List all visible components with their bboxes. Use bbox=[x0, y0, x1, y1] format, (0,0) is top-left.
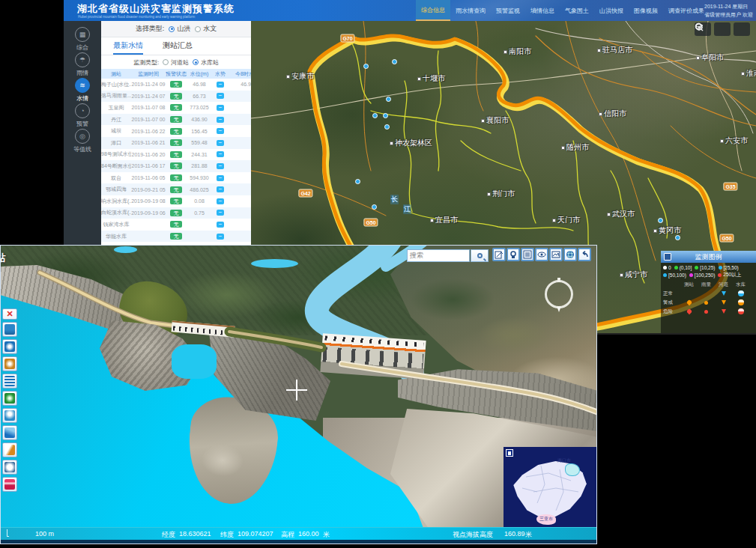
sidebar-item-2[interactable]: ☂雨情 bbox=[64, 52, 101, 77]
nav-item-1[interactable]: 综合信息 bbox=[416, 0, 450, 21]
station-marker[interactable] bbox=[392, 59, 397, 64]
table-row[interactable]: 玉皇阁2019-11-07 08无773.025− bbox=[101, 102, 251, 114]
legend-dot bbox=[718, 273, 722, 277]
station-marker[interactable] bbox=[372, 204, 377, 210]
city-dot-icon bbox=[286, 75, 290, 79]
monitor-time: 2019-09-19 08 bbox=[131, 198, 166, 204]
layers-icon[interactable] bbox=[734, 22, 750, 36]
measure-icon[interactable] bbox=[492, 248, 506, 261]
table-row[interactable]: 潭口2019-11-06 21无559.48− bbox=[101, 137, 251, 149]
nav-item-6[interactable]: 山洪快报 bbox=[594, 0, 629, 21]
legend-tri-icon bbox=[722, 300, 726, 305]
station-marker[interactable] bbox=[355, 179, 360, 184]
wave-tool-icon[interactable] bbox=[2, 374, 17, 389]
compass[interactable] bbox=[545, 280, 573, 308]
sidebar-item-3[interactable]: ≋水情 bbox=[64, 78, 101, 103]
search-input[interactable]: 搜索 bbox=[407, 249, 470, 262]
city-name: 阜阳市 bbox=[701, 52, 724, 63]
nav-item-7[interactable]: 图像视频 bbox=[629, 0, 663, 21]
status-badge: 无 bbox=[170, 104, 182, 111]
basin-tool-icon[interactable] bbox=[2, 425, 17, 440]
city-dot-icon bbox=[481, 119, 485, 123]
sidebar-item-5[interactable]: ◎等值线 bbox=[64, 129, 101, 153]
table-row[interactable]: 双台2019-11-06 05无594.930− bbox=[101, 172, 251, 184]
minimap-icon[interactable] bbox=[506, 449, 513, 457]
minimap-city-label: 三亚市 bbox=[539, 516, 553, 523]
app-title: 湖北省省级山洪灾害监测预警系统 bbox=[77, 2, 235, 16]
station-marker[interactable] bbox=[383, 113, 388, 118]
table-row[interactable]: 白蛇溪水库(...2019-09-19 06无0.75− bbox=[101, 207, 251, 219]
station-marker[interactable] bbox=[658, 218, 663, 223]
table-row[interactable]: 钱家湾水库无− bbox=[101, 219, 251, 231]
viewer-toolbar bbox=[492, 248, 591, 261]
sidebar-item-1[interactable]: ▦综合 bbox=[64, 27, 101, 52]
zoom-icon[interactable] bbox=[714, 22, 731, 36]
table-row[interactable]: 98号测试水位...2019-11-06 20无244.31− bbox=[101, 149, 251, 161]
splash-tool-icon[interactable] bbox=[2, 408, 17, 423]
close-icon[interactable]: ✕ bbox=[2, 308, 17, 320]
rain-tool-icon bbox=[4, 324, 15, 335]
legend-cell bbox=[738, 290, 744, 297]
eye-icon[interactable] bbox=[535, 248, 548, 261]
tab-2[interactable]: 测站汇总 bbox=[163, 37, 193, 55]
search-button[interactable] bbox=[471, 249, 489, 262]
table-row[interactable]: 丹江2019-11-07 00无436.90− bbox=[101, 114, 251, 126]
list-icon[interactable] bbox=[521, 248, 534, 261]
nav-item-2[interactable]: 雨水情查询 bbox=[450, 0, 491, 21]
legend-panel: 监测图例 0(0,10][10,25)[25,50)[50,100)[100,2… bbox=[661, 251, 756, 333]
city-label: 黄冈市 bbox=[653, 225, 681, 236]
station-marker[interactable] bbox=[384, 124, 390, 130]
road-badge: G70 bbox=[340, 34, 354, 43]
frame-tool-icon[interactable] bbox=[2, 460, 17, 475]
status-badge: 无 bbox=[170, 151, 182, 158]
globe-icon[interactable] bbox=[563, 248, 577, 261]
top-nav: 综合信息雨水情查询预警监视墒情信息气象国土山洪快报图像视频调查评价成果 bbox=[416, 0, 710, 21]
city-dot-icon bbox=[561, 146, 565, 150]
filter-label: 监测类型: bbox=[133, 58, 159, 67]
radio-option[interactable]: 河道站 bbox=[163, 58, 189, 67]
city-dot-icon bbox=[653, 229, 657, 233]
table-row[interactable]: 鄂城四海2019-09-21 05无486.025− bbox=[101, 183, 251, 195]
station-marker[interactable] bbox=[675, 235, 680, 240]
river-label-1: 长 bbox=[390, 195, 399, 204]
radar-tool-icon[interactable] bbox=[2, 391, 17, 406]
rain-icon: ☂ bbox=[75, 52, 90, 67]
station-marker[interactable] bbox=[386, 97, 391, 102]
crosshair bbox=[286, 380, 307, 401]
nav-item-8[interactable]: 调查评价成果 bbox=[663, 0, 710, 21]
image-icon[interactable] bbox=[549, 248, 563, 261]
app-subtitle: Hubei provincial mountain flood disaster… bbox=[78, 14, 195, 18]
sidebar-item-4[interactable]: ◔预警 bbox=[64, 103, 101, 128]
overview-minimap[interactable]: 海口市三亚市 bbox=[504, 447, 596, 527]
nav-item-5[interactable]: 气象国土 bbox=[560, 0, 594, 21]
station-marker[interactable] bbox=[372, 113, 378, 118]
flow-tool-icon[interactable] bbox=[2, 442, 17, 457]
radio-option[interactable]: 水文 bbox=[195, 24, 217, 34]
radio-option[interactable]: 山洪 bbox=[169, 24, 190, 34]
nav-item-3[interactable]: 预警监视 bbox=[491, 0, 525, 21]
table-row[interactable]: 梅子山(水位...2019-11-24 09无46.98−46.99 bbox=[101, 79, 251, 91]
flood-tool-icon[interactable] bbox=[2, 477, 17, 492]
legend-header[interactable]: 监测图例 bbox=[661, 251, 756, 263]
table-row[interactable]: 84号断面水位...2019-11-06 17无281.88− bbox=[101, 160, 251, 172]
city-label: 安康市 bbox=[286, 71, 314, 82]
sand-tool-icon[interactable] bbox=[2, 356, 17, 371]
scene-3d[interactable]: 站 ✕ 搜索 海口市三亚市 bbox=[1, 246, 596, 527]
whirl-tool-icon[interactable] bbox=[2, 339, 17, 354]
station-marker[interactable] bbox=[363, 64, 369, 69]
camera-icon[interactable] bbox=[506, 248, 520, 261]
table-row[interactable]: 落马湖雨量...2019-11-24 07无66.73− bbox=[101, 91, 251, 103]
undo-icon[interactable] bbox=[578, 248, 591, 261]
nav-item-4[interactable]: 墒情信息 bbox=[525, 0, 560, 21]
status-badge: 无 bbox=[170, 210, 182, 216]
table-row[interactable]: 响水洞水库(...2019-09-19 08无0.08− bbox=[101, 195, 251, 207]
table-row[interactable]: 华能水库无− bbox=[101, 231, 251, 243]
city-name: 襄阳市 bbox=[486, 115, 509, 126]
radio-option[interactable]: 水库站 bbox=[193, 58, 219, 67]
rain-tool-icon[interactable] bbox=[2, 322, 17, 337]
tab-1[interactable]: 最新水情 bbox=[113, 37, 143, 55]
radio-label: 水文 bbox=[203, 24, 217, 34]
table-row[interactable]: 城坝2019-11-06 22无156.45− bbox=[101, 125, 251, 137]
city-label: 阜阳市 bbox=[696, 52, 724, 63]
table-header: 测站监测时间预警状态水位(m)水势今8时水位 bbox=[101, 69, 251, 79]
